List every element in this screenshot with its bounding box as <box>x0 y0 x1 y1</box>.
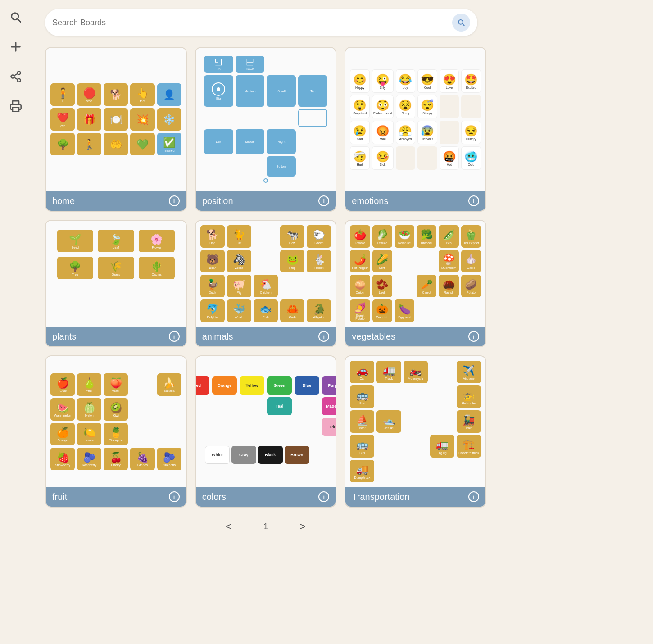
tile: 🍉Watermelon <box>50 398 75 421</box>
tile: 🐈Cat <box>227 225 251 248</box>
board-card-vegetables[interactable]: 🍅Tomato 🥬Lettuce 🥗Romaine 🥦Broccoli 🫛Pea… <box>345 220 486 347</box>
tile-empty <box>395 275 414 297</box>
tile: 😂Joy <box>396 69 416 93</box>
color-gray: Gray <box>231 446 256 464</box>
board-label-vegetables: vegetables <box>352 331 395 342</box>
tile: 🐳Whale <box>227 299 251 322</box>
tile: 🎁 <box>77 108 101 131</box>
tile-empty <box>430 385 454 408</box>
prev-button[interactable]: < <box>221 518 236 535</box>
tile: 🥗Romaine <box>395 225 414 248</box>
board-footer-animals: animals i <box>196 327 336 346</box>
info-button-animals[interactable]: i <box>318 331 329 342</box>
sidebar-print-icon[interactable] <box>8 98 24 114</box>
color-pink: Pink <box>322 418 336 436</box>
tile-empty <box>157 423 181 445</box>
tile: 😜Silly <box>372 69 394 93</box>
board-preview-position: Up Down <box>196 48 336 191</box>
tile-empty <box>430 361 454 383</box>
tile-empty <box>404 435 428 458</box>
tile: 🐕Dog <box>200 225 225 248</box>
tile-empty <box>254 225 278 248</box>
board-label-position: position <box>202 196 233 206</box>
sidebar-search-icon[interactable] <box>8 9 24 25</box>
tile: 🍑Peach <box>104 373 128 396</box>
board-card-home[interactable]: 🧍I 🛑stop 🐕 👆that 👤 ❤️love 🎁 🍽️ 💥 ❄️ 🌳 🚶 … <box>45 47 187 212</box>
tile: 🍓Strawberry <box>50 448 75 470</box>
info-button-emotions[interactable]: i <box>468 195 479 206</box>
tile: 👆that <box>130 83 154 106</box>
board-card-emotions[interactable]: 😊Happy 😜Silly 😂Joy 😎Cool 😍Love 🤩Excited … <box>345 47 486 212</box>
next-button[interactable]: > <box>295 518 310 535</box>
tile: 🚌Bus <box>350 385 374 408</box>
sidebar-add-icon[interactable] <box>8 39 24 55</box>
tile: 😤Annoyed <box>396 121 416 144</box>
tile: 🛑stop <box>77 83 101 106</box>
tile: 💚 <box>130 133 154 155</box>
tile: 👤 <box>157 83 181 106</box>
color-yellow: Yellow <box>240 376 264 395</box>
color-empty <box>240 397 264 415</box>
svg-line-8 <box>14 74 18 76</box>
tile: 🌸Flower <box>139 230 175 252</box>
tile: 🐊Alligator <box>307 299 331 322</box>
info-button-fruit[interactable]: i <box>169 491 180 502</box>
tile: ❄️ <box>157 108 181 131</box>
color-magenta: Magenta <box>322 397 336 415</box>
info-button-transportation[interactable]: i <box>468 491 479 502</box>
color-orange: Orange <box>212 376 237 395</box>
board-card-transportation[interactable]: 🚗Car 🚛Truck 🏍️Motorcycle ✈️Airplane 🚌Bus… <box>345 355 486 508</box>
tile: 🚌Bus <box>350 435 374 458</box>
search-bar <box>45 9 477 36</box>
tile: 🍈Melon <box>77 398 101 421</box>
info-button-position[interactable]: i <box>318 195 329 206</box>
tile: 🍆Eggplant <box>395 299 414 322</box>
tile: 🌾Grass <box>98 257 134 279</box>
tile: 😢Sad <box>350 121 370 144</box>
info-button-home[interactable]: i <box>169 195 180 206</box>
main-content: 🧍I 🛑stop 🐕 👆that 👤 ❤️love 🎁 🍽️ 💥 ❄️ 🌳 🚶 … <box>32 0 495 544</box>
tile: 😳Embarrassed <box>372 95 394 118</box>
color-empty <box>240 418 264 436</box>
svg-line-1 <box>18 19 20 22</box>
board-preview-transportation: 🚗Car 🚛Truck 🏍️Motorcycle ✈️Airplane 🚌Bus… <box>345 356 485 487</box>
tile: 🏗️Concrete truck <box>457 435 481 458</box>
tile: 🫑Bell Pepper <box>461 225 481 248</box>
info-button-colors[interactable]: i <box>318 491 329 502</box>
board-card-colors[interactable]: Red Orange Yellow Green Blue Purple Teal… <box>195 355 337 508</box>
tile: 🍐Pear <box>77 373 101 396</box>
tile: 🐬Dolphin <box>200 299 225 322</box>
board-footer-home: home i <box>46 191 186 211</box>
board-label-emotions: emotions <box>352 196 388 206</box>
color-teal: Teal <box>267 397 292 415</box>
board-preview-emotions: 😊Happy 😜Silly 😂Joy 😎Cool 😍Love 🤩Excited … <box>345 48 485 191</box>
board-label-animals: animals <box>202 331 233 342</box>
board-footer-plants: plants i <box>46 327 186 346</box>
search-button[interactable] <box>452 14 470 32</box>
color-empty <box>295 397 319 415</box>
tile: 🚛Truck <box>376 361 401 383</box>
board-card-plants[interactable]: 🌱Seed 🍃Leaf 🌸Flower 🌳Tree 🌾Grass 🌵Cactus… <box>45 220 187 347</box>
color-green: Green <box>267 376 292 395</box>
search-input[interactable] <box>52 18 452 27</box>
info-button-vegetables[interactable]: i <box>468 331 479 342</box>
tile-empty <box>430 410 454 433</box>
tile: ❤️love <box>50 108 75 131</box>
sidebar-share-icon[interactable] <box>8 68 24 85</box>
tile: 🐔Chicken <box>254 275 278 297</box>
board-card-position[interactable]: Up Down <box>195 47 337 212</box>
tile: 🐻Bear <box>200 250 225 272</box>
board-card-animals[interactable]: 🐕Dog 🐈Cat 🐄Cow 🐑Sheep 🐻Bear 🦓Zebra 🐸Frog… <box>195 220 337 347</box>
tile-empty <box>307 275 331 297</box>
tile: 😵Dizzy <box>396 95 416 118</box>
color-empty <box>212 418 237 436</box>
color-empty <box>267 418 292 436</box>
tile: 🍃Leaf <box>98 230 134 252</box>
info-button-plants[interactable]: i <box>169 331 180 342</box>
color-red: Red <box>196 376 209 395</box>
board-footer-colors: colors i <box>196 487 336 507</box>
tile: 🍒Cherry <box>104 448 128 470</box>
board-preview-plants: 🌱Seed 🍃Leaf 🌸Flower 🌳Tree 🌾Grass 🌵Cactus <box>46 221 186 327</box>
tile: 🤬Hot <box>440 146 459 170</box>
board-card-fruit[interactable]: 🍎Apple 🍐Pear 🍑Peach 🍌Banana 🍉Watermelon … <box>45 355 187 508</box>
